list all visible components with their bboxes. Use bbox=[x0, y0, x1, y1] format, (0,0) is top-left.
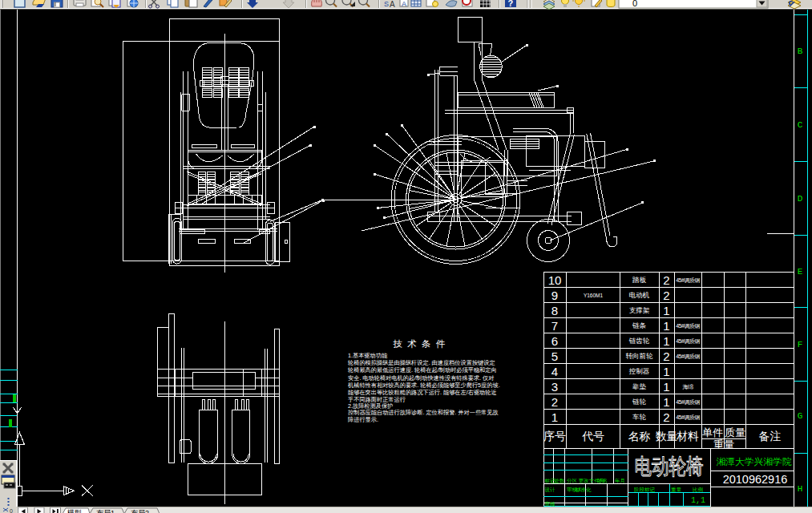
svg-text:?: ? bbox=[508, 0, 514, 8]
svg-text:安全. 电动轮椅对电机的起/制动快速性没有特殊要求. 仅对: 安全. 电动轮椅对电机的起/制动快速性没有特殊要求. 仅对 bbox=[348, 374, 495, 382]
svg-text:转向前轮: 转向前轮 bbox=[626, 352, 654, 360]
svg-text:S: S bbox=[384, 0, 389, 8]
svg-text:45#调质钢: 45#调质钢 bbox=[676, 414, 700, 421]
svg-text:链条: 链条 bbox=[632, 321, 647, 329]
svg-text:障进行显示.: 障进行显示. bbox=[348, 416, 378, 423]
svg-text:G: G bbox=[798, 411, 803, 421]
svg-text:1,1: 1,1 bbox=[691, 496, 705, 505]
svg-text:标准化: 标准化 bbox=[575, 487, 592, 493]
svg-text:9: 9 bbox=[551, 289, 558, 302]
svg-text:45#调质钢: 45#调质钢 bbox=[676, 277, 700, 284]
svg-text:控制器: 控制器 bbox=[629, 367, 650, 375]
svg-text:F: F bbox=[798, 340, 803, 349]
svg-text:电动轮椅: 电动轮椅 bbox=[635, 454, 704, 479]
svg-text:轮椅最高的最低运行速度. 轮椅在起/制动时必须平稳和定向: 轮椅最高的最低运行速度. 轮椅在起/制动时必须平稳和定向 bbox=[347, 366, 497, 374]
svg-text:B: B bbox=[798, 46, 803, 56]
svg-text:45#调质钢: 45#调质钢 bbox=[676, 353, 700, 360]
svg-text:45#调质钢: 45#调质钢 bbox=[676, 399, 700, 406]
svg-text:备注: 备注 bbox=[759, 430, 782, 442]
svg-text:名称: 名称 bbox=[628, 430, 651, 442]
svg-text:E: E bbox=[798, 267, 803, 277]
svg-text:技 术 条 件: 技 术 条 件 bbox=[393, 339, 446, 349]
svg-text:6: 6 bbox=[551, 334, 558, 348]
svg-text:重量: 重量 bbox=[671, 487, 682, 492]
svg-text:8: 8 bbox=[551, 304, 558, 317]
svg-text:踏板: 踏板 bbox=[632, 276, 647, 284]
svg-text:A: A bbox=[402, 0, 406, 8]
svg-text:1: 1 bbox=[663, 395, 669, 409]
svg-text:2: 2 bbox=[663, 273, 669, 287]
svg-text:2: 2 bbox=[551, 395, 558, 409]
svg-text:材料: 材料 bbox=[677, 430, 699, 442]
svg-text:45#调质钢: 45#调质钢 bbox=[676, 338, 700, 345]
svg-text:3: 3 bbox=[551, 380, 558, 394]
svg-text:H: H bbox=[798, 484, 803, 494]
svg-text:7: 7 bbox=[551, 319, 558, 333]
svg-text:2: 2 bbox=[663, 289, 669, 302]
svg-text:签名: 签名 bbox=[597, 478, 608, 484]
svg-text:湘潭大学兴湘学院: 湘潭大学兴湘学院 bbox=[717, 457, 793, 467]
svg-text:能够在突出等比较粗糙的路况下运行. 能够在左/右驱动轮近: 能够在突出等比较粗糙的路况下运行. 能够在左/右驱动轮近 bbox=[348, 389, 497, 396]
svg-text:比例: 比例 bbox=[693, 487, 703, 493]
svg-text:1: 1 bbox=[663, 304, 669, 317]
svg-text:轮椅的模拟操纵是由操纵杆设定. 由速度档位设置按键设定: 轮椅的模拟操纵是由操纵杆设定. 由速度档位设置按键设定 bbox=[347, 359, 495, 366]
svg-text:机械特性有相对较高的要求. 轮椅必须能够至少爬行5度的坡.: 机械特性有相对较高的要求. 轮椅必须能够至少爬行5度的坡. bbox=[348, 382, 500, 389]
svg-text:2: 2 bbox=[663, 410, 669, 424]
svg-text:D: D bbox=[798, 194, 803, 204]
svg-text:模型: 模型 bbox=[67, 509, 82, 513]
svg-text:年月: 年月 bbox=[615, 478, 625, 484]
svg-text:靠垫: 靠垫 bbox=[632, 382, 647, 390]
svg-text:处数: 处数 bbox=[555, 478, 566, 484]
svg-text:A: A bbox=[390, 0, 395, 9]
svg-text:重量: 重量 bbox=[713, 438, 734, 450]
svg-text:质量: 质量 bbox=[725, 426, 745, 438]
svg-text:车轮: 车轮 bbox=[632, 413, 647, 421]
svg-text:4: 4 bbox=[551, 365, 558, 378]
svg-text:单件: 单件 bbox=[702, 426, 723, 438]
svg-text:1: 1 bbox=[663, 319, 669, 333]
svg-text:5: 5 bbox=[551, 349, 558, 363]
svg-text:1: 1 bbox=[663, 334, 669, 348]
svg-text:0: 0 bbox=[632, 0, 637, 8]
svg-text:10: 10 bbox=[548, 273, 562, 287]
svg-text:控制器应能自动进行故障诊断. 定位和报警. 并对一些常见故: 控制器应能自动进行故障诊断. 定位和报警. 并对一些常见故 bbox=[348, 409, 499, 416]
svg-text:设计: 设计 bbox=[545, 487, 556, 492]
svg-text:C: C bbox=[798, 120, 803, 130]
svg-text:链齿轮: 链齿轮 bbox=[628, 337, 650, 345]
svg-text:电动机: 电动机 bbox=[629, 291, 650, 299]
svg-text:2010962916: 2010962916 bbox=[723, 473, 788, 486]
svg-text:Y160M1: Y160M1 bbox=[584, 293, 604, 298]
svg-text:布局1: 布局1 bbox=[96, 509, 115, 513]
svg-text:审核: 审核 bbox=[545, 501, 556, 507]
svg-text:1: 1 bbox=[663, 365, 669, 378]
svg-text:2: 2 bbox=[663, 349, 669, 363]
svg-text:布局2: 布局2 bbox=[131, 509, 149, 513]
svg-text:代号: 代号 bbox=[582, 430, 604, 442]
svg-text:1: 1 bbox=[663, 380, 669, 394]
svg-text:链轮: 链轮 bbox=[632, 398, 647, 406]
svg-text:1.基本驱动功能: 1.基本驱动功能 bbox=[348, 352, 388, 359]
svg-text:序号: 序号 bbox=[543, 430, 566, 442]
svg-text:0: 0 bbox=[10, 508, 13, 513]
svg-text:数量: 数量 bbox=[656, 430, 678, 442]
svg-text:支撑架: 支撑架 bbox=[629, 306, 650, 314]
svg-text:海绵: 海绵 bbox=[683, 384, 694, 390]
svg-text:45#调质钢: 45#调质钢 bbox=[676, 323, 700, 329]
svg-text:阶段标记: 阶段标记 bbox=[634, 487, 656, 493]
svg-text:1: 1 bbox=[551, 410, 558, 424]
